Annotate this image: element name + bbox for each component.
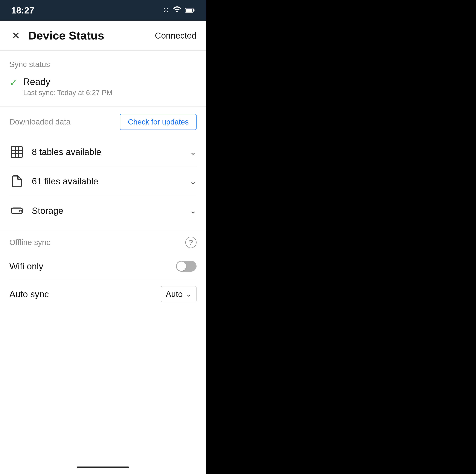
status-bar: 18:27 ⁙ <box>0 0 206 21</box>
check-updates-button[interactable]: Check for updates <box>120 114 197 130</box>
sync-info: Ready Last sync: Today at 6:27 PM <box>23 76 113 97</box>
offline-sync-label: Offline sync <box>9 238 50 247</box>
sync-status-section: Sync status ✓ Ready Last sync: Today at … <box>0 51 206 106</box>
battery-icon <box>185 6 195 15</box>
auto-sync-row: Auto sync Auto ⌄ <box>9 279 197 309</box>
svg-rect-3 <box>11 146 22 157</box>
offline-header: Offline sync ? <box>9 237 197 248</box>
header: ✕ Device Status Connected <box>0 21 206 51</box>
svg-point-9 <box>19 210 20 212</box>
svg-rect-1 <box>193 9 194 11</box>
wifi-only-toggle[interactable] <box>176 261 197 272</box>
file-icon <box>9 174 24 189</box>
close-icon: ✕ <box>12 31 20 40</box>
home-indicator <box>77 467 129 468</box>
downloaded-data-label: Downloaded data <box>9 117 70 126</box>
files-chevron-icon: ⌄ <box>190 177 197 186</box>
sync-status-label: Sync status <box>9 60 197 69</box>
status-time: 18:27 <box>11 5 34 16</box>
dropdown-arrow-icon: ⌄ <box>186 290 192 298</box>
downloaded-header: Downloaded data Check for updates <box>9 114 197 130</box>
content-area: Sync status ✓ Ready Last sync: Today at … <box>0 51 206 474</box>
phone-panel: 18:27 ⁙ ✕ Device Status <box>0 0 206 474</box>
offline-sync-section: Offline sync ? Wifi only Auto sync Auto … <box>0 229 206 313</box>
tables-label: 8 tables available <box>32 147 190 157</box>
wifi-only-label: Wifi only <box>9 261 43 271</box>
svg-point-10 <box>20 210 22 212</box>
auto-sync-value: Auto <box>166 289 183 299</box>
sync-status-row: ✓ Ready Last sync: Today at 6:27 PM <box>9 74 197 101</box>
sync-last-time: Last sync: Today at 6:27 PM <box>23 89 113 97</box>
wifi-icon <box>172 6 182 15</box>
storage-label: Storage <box>32 205 190 216</box>
close-button[interactable]: ✕ <box>9 29 22 42</box>
tables-row[interactable]: 8 tables available ⌄ <box>9 137 197 167</box>
auto-sync-dropdown[interactable]: Auto ⌄ <box>161 286 197 302</box>
sync-ready-label: Ready <box>23 76 113 87</box>
table-icon <box>9 145 24 159</box>
files-label: 61 files available <box>32 176 190 186</box>
storage-icon <box>9 203 24 218</box>
files-row[interactable]: 61 files available ⌄ <box>9 167 197 196</box>
check-icon: ✓ <box>9 77 17 88</box>
storage-row[interactable]: Storage ⌄ <box>9 196 197 225</box>
toggle-track <box>176 261 197 272</box>
status-icons: ⁙ <box>163 6 195 15</box>
page-title: Device Status <box>28 29 155 42</box>
wifi-only-row: Wifi only <box>9 254 197 279</box>
tables-chevron-icon: ⌄ <box>190 147 197 157</box>
downloaded-data-section: Downloaded data Check for updates 8 tabl… <box>0 106 206 229</box>
help-icon[interactable]: ? <box>185 237 197 248</box>
auto-sync-label: Auto sync <box>9 289 49 299</box>
connection-status: Connected <box>155 31 197 41</box>
toggle-thumb <box>177 262 186 271</box>
storage-chevron-icon: ⌄ <box>190 206 197 216</box>
signal-icon: ⁙ <box>163 6 169 15</box>
svg-rect-2 <box>186 9 192 12</box>
black-panel <box>206 0 476 474</box>
